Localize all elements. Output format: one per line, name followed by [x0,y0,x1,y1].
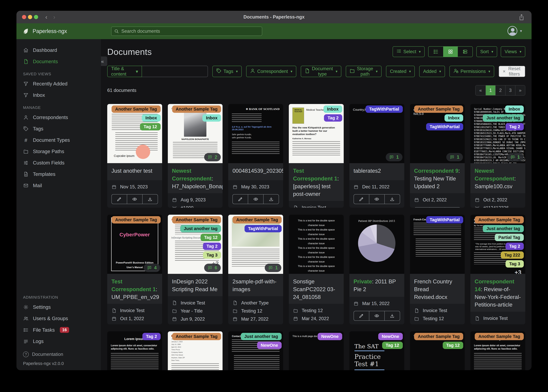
tag-tag-12[interactable]: Tag 12 [140,123,161,130]
view-document-button[interactable] [248,195,263,204]
document-title[interactable]: 0004814539_20230531 [228,163,283,180]
storage-path-filter-button[interactable]: Storage path▾ [346,66,382,77]
tag-tag-12[interactable]: Tag 12 [382,342,403,349]
edit-document-button[interactable] [354,311,369,321]
document-title[interactable]: French Country Bread Revised.docx [410,274,465,304]
document-thumbnail[interactable]: AdoInDesign Scripting DocumentationAnoth… [168,215,223,274]
edit-document-button[interactable] [354,195,369,204]
notes-badge[interactable]: 1 [386,153,402,161]
document-thumbnail[interactable]: The SATPracticeTest #1Make time to take … [349,331,404,370]
tag-another-sample-tag[interactable]: Another Sample Tag [414,105,463,113]
sidebar-item-mail[interactable]: Mail [16,180,101,191]
page-3-button[interactable]: 3 [505,85,515,95]
sidebar-item-correspondents[interactable]: Correspondents [16,112,101,123]
sidebar-item-tags[interactable]: Tags [16,123,101,134]
page-2-button[interactable]: 2 [495,85,505,95]
document-title[interactable]: Test Correspondent 1: [paperless] test p… [289,163,344,201]
tag-tag-2[interactable]: Tag 2 [505,123,524,130]
document-title[interactable]: Newest Correspondent: Sample100.csv [470,163,525,193]
tag-just-another-tag[interactable]: Just another tag [483,225,524,232]
global-search[interactable] [111,27,262,36]
document-title[interactable]: Test Correspondent 1: UM_PPBE_en_v29 [107,274,162,304]
tag-another-sample-tag[interactable]: Another Sample Tag [112,216,161,224]
view-mode-details[interactable] [458,47,472,57]
created-filter-button[interactable]: Created▾ [386,66,415,77]
sidebar-item-dashboard[interactable]: Dashboard [16,44,101,56]
document-thumbnail[interactable]: This is a testAnother Sample TagTag 12 [410,331,465,370]
tag-another-sample-tag[interactable]: Another Sample Tag [233,216,282,224]
correspondent-link[interactable]: Test Correspondent 1 [111,279,156,292]
notes-badge[interactable]: 6 [204,264,221,272]
sidebar-item-recently-added[interactable]: Recently Added [16,78,101,90]
document-title[interactable]: 2sample-pdf-with-images [228,274,283,296]
tag-just-another-tag[interactable]: Just another tag [180,225,221,232]
correspondent-link[interactable]: Test Correspondent 1 [293,168,337,182]
tag-tag-2[interactable]: Tag 2 [142,333,161,340]
sidebar-item-file-tasks[interactable]: File Tasks16 [16,324,101,336]
tag-tagwithpartial[interactable]: TagWithPartial [426,216,463,224]
notes-badge[interactable]: 1 [265,264,281,272]
select-button[interactable]: Select▾ [393,46,425,57]
document-thumbnail[interactable]: Country,Region/State,"TagWithPartial1 [349,104,404,163]
tag-another-sample-tag[interactable]: Another Sample Tag [172,105,221,113]
document-title[interactable]: Private: 2011 BP Pie 2 [349,274,404,297]
collapse-sidebar-button[interactable]: « [101,56,107,66]
download-document-button[interactable] [263,195,279,204]
tag-another-sample-tag[interactable]: Another Sample Tag [414,333,463,340]
sort-button[interactable]: Sort▾ [476,46,497,57]
sidebar-item-logs[interactable]: Logs [16,336,101,347]
query-type-dropdown[interactable]: Title & content▾ [107,66,142,77]
tag-newone[interactable]: NewOne [257,342,282,349]
tag-tagwithpartial[interactable]: TagWithPartial [426,123,463,130]
document-thumbnail[interactable]: Adobe Acrobat PDF FilesCupcake ipsumAnot… [107,104,162,163]
added-filter-button[interactable]: Added▾ [419,66,445,77]
view-document-button[interactable] [127,195,142,204]
document-thumbnail[interactable]: Boundary Waters TripAnother Sample TagTa… [228,215,283,274]
correspondent-filter-button[interactable]: Correspondent▾ [246,66,296,77]
tag-newone[interactable]: NewOne [318,333,342,340]
search-input[interactable] [121,28,259,34]
tag-inbox[interactable]: Inbox [324,105,342,113]
tag-another-sample-tag[interactable]: Another Sample Tag [475,216,524,224]
reset-filters-button[interactable]: ×Reset filters [499,66,525,77]
document-title[interactable]: Newest Correspondent: H7_Napoleon_Bonapa… [168,163,223,193]
tag-another-sample-tag[interactable]: Another Sample Tag [112,105,161,113]
document-thumbnail[interactable]: MEDICAL TEACHERMedical TeacherHas the ne… [289,104,344,163]
tag-partial-tag[interactable]: Partial Tag [495,234,524,241]
tag-tagwithpartial[interactable]: TagWithPartial [366,105,403,113]
view-mode-list[interactable] [428,47,443,57]
correspondent-link[interactable]: Newest Correspondent [172,168,212,182]
sidebar-item-storage-paths[interactable]: Storage Paths [16,146,101,157]
document-thumbnail[interactable]: Test Name123-456-7890January 2, 2022July… [168,331,223,370]
tag-inbox[interactable]: Inbox [505,105,524,113]
page-first-button[interactable]: « [476,85,485,95]
tag-inbox[interactable]: Inbox [142,114,160,122]
document-thumbnail[interactable]: ✻ BANK OF SCOTLAND2,0 % p. a. auf Ihr Ta… [228,104,283,163]
sidebar-item-templates[interactable]: Templates [16,168,101,180]
document-thumbnail[interactable]: Review of Arbitral Awards shows swift Re… [470,215,525,274]
tag-tag-222[interactable]: Tag 222 [501,252,524,259]
document-title[interactable]: InDesign 2022 Scripting Read Me [168,274,223,296]
document-thumbnail[interactable]: Patient BP Distribution 2011 [349,215,404,274]
document-title[interactable]: tablerates2 [349,163,404,180]
download-document-button[interactable] [142,195,158,204]
sidebar-item-documents[interactable]: Documents [16,56,101,67]
tag-tag-3[interactable]: Tag 3 [203,252,221,259]
tag-just-another-tag[interactable]: Just another tag [483,114,524,122]
document-thumbnail[interactable]: Contact Sheet DemoJust another tagNewOne [228,331,283,370]
correspondent-link[interactable]: Private [353,279,372,285]
view-mode-grid[interactable] [443,47,458,57]
tag-inbox[interactable]: Inbox [445,114,463,122]
document-thumbnail[interactable]: Lorem ipsumLorem ipsum dolor sit amet, c… [107,331,162,370]
sidebar-item-document-types[interactable]: #Document Types [16,134,101,146]
tags-filter-button[interactable]: Tags▾ [212,66,242,77]
tag-just-another-tag[interactable]: Just another tag [241,333,282,340]
user-menu[interactable]: ▾ [507,26,522,36]
document-thumbnail[interactable]: French Country BreadTagWithPartial [410,215,465,274]
sidebar-item-settings[interactable]: Settings [16,301,101,313]
notes-badge[interactable]: 1 [507,153,523,161]
view-document-button[interactable] [369,195,384,204]
title-content-filter-input[interactable] [142,66,208,77]
sidebar-item-users-groups[interactable]: Users & Groups [16,313,101,324]
download-document-button[interactable] [384,311,400,321]
